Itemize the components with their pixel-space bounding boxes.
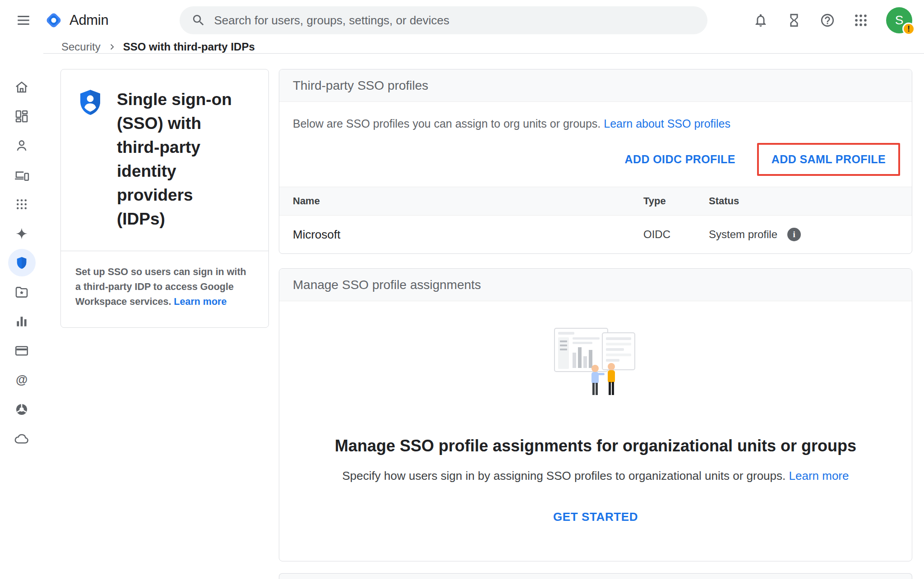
sidebar-item-reports-chart[interactable]	[8, 308, 36, 335]
notifications-button[interactable]	[749, 9, 772, 32]
sidebar-item-directory[interactable]	[8, 132, 36, 159]
profiles-actions: ADD OIDC PROFILE ADD SAML PROFILE	[279, 130, 912, 187]
search-input[interactable]	[214, 14, 696, 28]
profile-name: Microsoft	[293, 228, 643, 242]
apps-icon	[15, 198, 28, 211]
profiles-card-header: Third-party SSO profiles	[279, 69, 912, 102]
sidebar-item-security[interactable]	[8, 249, 36, 276]
dashboard-icon	[14, 109, 29, 124]
sidebar-item-billing[interactable]	[8, 337, 36, 364]
sidebar-item-dashboard[interactable]	[8, 102, 36, 130]
credit-card-icon	[14, 343, 29, 358]
home-icon	[14, 79, 29, 95]
assignments-card-header: Manage SSO profile assignments	[279, 269, 912, 301]
sidebar-item-account[interactable]: @	[8, 366, 36, 394]
hamburger-icon	[16, 13, 31, 28]
tasks-button[interactable]	[782, 9, 806, 32]
search-bar[interactable]	[180, 6, 707, 34]
breadcrumb-current: SSO with third-party IDPs	[123, 41, 255, 53]
hourglass-icon	[786, 13, 802, 28]
account-avatar[interactable]: S !	[886, 7, 912, 33]
browser-wheel-icon	[14, 402, 29, 417]
devices-icon	[14, 167, 29, 183]
assignments-empty-state: Manage SSO profile assignments for organ…	[279, 301, 912, 561]
menu-button[interactable]	[12, 9, 35, 32]
security-shield-icon	[75, 87, 105, 117]
breadcrumb: Security SSO with third-party IDPs	[43, 41, 924, 54]
sidebar-item-browser[interactable]	[8, 395, 36, 423]
assignments-heading: Manage SSO profile assignments for organ…	[297, 437, 894, 455]
svg-text:@: @	[16, 372, 28, 386]
cloud-icon	[14, 431, 29, 446]
profile-status: System profile i	[709, 228, 898, 241]
at-sign-icon: @	[14, 372, 29, 388]
profile-status-text: System profile	[709, 228, 777, 241]
learn-about-sso-profiles-link[interactable]: Learn about SSO profiles	[604, 117, 730, 130]
profiles-card-title: Third-party SSO profiles	[293, 78, 428, 93]
column-header-name: Name	[293, 195, 643, 207]
avatar-warning-badge: !	[902, 23, 915, 35]
breadcrumb-security-link[interactable]: Security	[61, 41, 101, 53]
annotation-highlight: ADD SAML PROFILE	[757, 143, 900, 176]
topbar: Admin	[0, 0, 924, 41]
manage-assignments-card: Manage SSO profile assignments	[279, 268, 912, 561]
profiles-description-text: Below are SSO profiles you can assign to…	[293, 117, 601, 130]
topbar-actions: S !	[749, 7, 912, 33]
sparkle-icon	[14, 226, 29, 241]
bar-chart-icon	[14, 314, 29, 329]
assignments-card-title: Manage SSO profile assignments	[293, 278, 481, 292]
next-card-partial	[279, 573, 912, 579]
info-icon[interactable]: i	[787, 228, 801, 241]
sidebar-item-home[interactable]	[8, 73, 36, 101]
get-started-button[interactable]: GET STARTED	[545, 505, 646, 529]
column-header-type: Type	[643, 195, 709, 207]
admin-logo[interactable]: Admin	[43, 10, 108, 31]
person-icon	[14, 138, 29, 153]
main-content: Third-party SSO profiles Below are SSO p…	[279, 69, 912, 579]
third-party-sso-profiles-card: Third-party SSO profiles Below are SSO p…	[279, 69, 912, 254]
column-header-status: Status	[709, 195, 898, 207]
assignments-description-text: Specify how users sign in by assigning S…	[342, 469, 786, 482]
profiles-table-header: Name Type Status	[279, 187, 912, 216]
assignments-illustration	[548, 326, 643, 398]
sidebar-item-reporting[interactable]	[8, 278, 36, 306]
sidebar-item-cloud[interactable]	[8, 425, 36, 452]
sso-info-description: Set up SSO so users can sign in with a t…	[61, 251, 268, 327]
google-admin-icon	[43, 10, 64, 31]
page-title: Single sign-on (SSO) with third-party id…	[117, 87, 238, 231]
product-name: Admin	[69, 12, 108, 28]
add-oidc-profile-button[interactable]: ADD OIDC PROFILE	[619, 147, 742, 171]
folder-star-icon	[14, 285, 29, 300]
help-icon	[820, 13, 835, 28]
assignments-learn-more-link[interactable]: Learn more	[789, 469, 849, 482]
apps-grid-icon	[853, 13, 869, 28]
apps-launcher-button[interactable]	[849, 9, 873, 32]
sidebar-item-gemini[interactable]	[8, 220, 36, 247]
cta-row: GET STARTED	[297, 505, 894, 529]
profile-type: OIDC	[643, 228, 709, 241]
sso-info-card: Single sign-on (SSO) with third-party id…	[60, 69, 269, 328]
table-row[interactable]: Microsoft OIDC System profile i	[279, 216, 912, 253]
info-learn-more-link[interactable]: Learn more	[174, 296, 226, 307]
profiles-description: Below are SSO profiles you can assign to…	[279, 102, 912, 130]
left-navigation: @	[0, 41, 43, 579]
assignments-description: Specify how users sign in by assigning S…	[297, 469, 894, 483]
sidebar-item-devices[interactable]	[8, 161, 36, 188]
shield-icon	[14, 256, 29, 270]
sidebar-item-apps[interactable]	[8, 190, 36, 218]
add-saml-profile-button[interactable]: ADD SAML PROFILE	[765, 147, 892, 171]
bell-icon	[753, 13, 768, 28]
help-button[interactable]	[816, 9, 839, 32]
page: Security SSO with third-party IDPs Singl…	[43, 41, 924, 579]
chevron-right-icon	[107, 42, 117, 52]
search-icon	[191, 13, 206, 28]
